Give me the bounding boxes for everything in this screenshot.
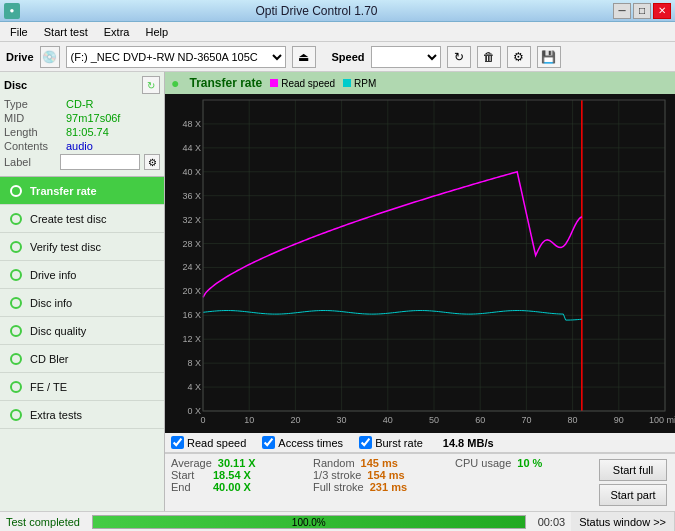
burst-rate-checkbox[interactable]: [359, 436, 372, 449]
config-button[interactable]: ⚙: [507, 46, 531, 68]
read-speed-checkbox[interactable]: [171, 436, 184, 449]
nav-fe-te-label: FE / TE: [30, 381, 67, 393]
nav-disc-info[interactable]: Disc info: [0, 289, 164, 317]
access-times-checkbox-label: Access times: [278, 437, 343, 449]
nav-disc-quality-label: Disc quality: [30, 325, 86, 337]
menu-start-test[interactable]: Start test: [38, 24, 94, 40]
drive-label: Drive: [6, 51, 34, 63]
chart-canvas: [165, 94, 675, 433]
legend-read-speed-label: Read speed: [281, 78, 335, 89]
disc-title: Disc: [4, 79, 27, 91]
stat-cpu: CPU usage 10 %: [455, 457, 597, 469]
stat-stroke-val: 154 ms: [367, 469, 404, 481]
stat-full-stroke: Full stroke 231 ms: [313, 481, 455, 493]
stat-random: Random 145 ms: [313, 457, 455, 469]
stats-grid: Average 30.11 X Start 18.54 X End 40.00 …: [165, 453, 675, 511]
disc-mid-key: MID: [4, 112, 66, 124]
nav-cd-bler[interactable]: CD Bler: [0, 345, 164, 373]
title-bar: ● Opti Drive Control 1.70 ─ □ ✕: [0, 0, 675, 22]
legend-read-speed-dot: [270, 79, 278, 87]
disc-quality-icon: [8, 323, 24, 339]
stat-random-key: Random: [313, 457, 355, 469]
stat-stroke-key: 1/3 stroke: [313, 469, 361, 481]
main-content: Disc ↻ Type CD-R MID 97m17s06f Length 81…: [0, 72, 675, 511]
read-speed-checkbox-label: Read speed: [187, 437, 246, 449]
maximize-button[interactable]: □: [633, 3, 651, 19]
menu-help[interactable]: Help: [139, 24, 174, 40]
stat-full-stroke-val: 231 ms: [370, 481, 407, 493]
app-icon: ●: [4, 3, 20, 19]
sidebar-nav: Transfer rate Create test disc Verify te…: [0, 177, 164, 511]
nav-drive-info[interactable]: Drive info: [0, 261, 164, 289]
check-access-times: Access times: [262, 436, 343, 449]
chart-legend: Read speed RPM: [270, 78, 376, 89]
start-part-button[interactable]: Start part: [599, 484, 667, 506]
status-message: Test completed: [0, 516, 86, 528]
save-button[interactable]: 💾: [537, 46, 561, 68]
disc-type-key: Type: [4, 98, 66, 110]
stat-avg-val: 30.11 X: [218, 457, 256, 469]
nav-disc-quality[interactable]: Disc quality: [0, 317, 164, 345]
menu-file[interactable]: File: [4, 24, 34, 40]
stats-col1: Average 30.11 X Start 18.54 X End 40.00 …: [171, 457, 313, 508]
disc-contents-val: audio: [66, 140, 93, 152]
access-times-checkbox[interactable]: [262, 436, 275, 449]
nav-extra-tests[interactable]: Extra tests: [0, 401, 164, 429]
right-panel: ● Transfer rate Read speed RPM Read spe: [165, 72, 675, 511]
close-button[interactable]: ✕: [653, 3, 671, 19]
eject-button[interactable]: ⏏: [292, 46, 316, 68]
nav-disc-info-label: Disc info: [30, 297, 72, 309]
clear-button[interactable]: 🗑: [477, 46, 501, 68]
burst-rate-value: 14.8 MB/s: [443, 437, 494, 449]
start-full-button[interactable]: Start full: [599, 459, 667, 481]
chart-header-icon: ●: [171, 75, 179, 91]
menu-extra[interactable]: Extra: [98, 24, 136, 40]
stat-end-key: End: [171, 481, 207, 493]
progress-text: 100.0%: [93, 516, 525, 530]
stat-start: Start 18.54 X: [171, 469, 313, 481]
drive-bar: Drive 💿 (F:) _NEC DVD+-RW ND-3650A 105C …: [0, 42, 675, 72]
nav-create-test-disc[interactable]: Create test disc: [0, 205, 164, 233]
stat-avg-key: Average: [171, 457, 212, 469]
disc-label-key: Label: [4, 156, 56, 168]
label-gear-button[interactable]: ⚙: [144, 154, 160, 170]
check-read-speed: Read speed: [171, 436, 246, 449]
stat-end-val: 40.00 X: [213, 481, 251, 493]
minimize-button[interactable]: ─: [613, 3, 631, 19]
legend-read-speed: Read speed: [270, 78, 335, 89]
sidebar: Disc ↻ Type CD-R MID 97m17s06f Length 81…: [0, 72, 165, 511]
disc-label-input[interactable]: [60, 154, 140, 170]
nav-transfer-rate[interactable]: Transfer rate: [0, 177, 164, 205]
disc-refresh-button[interactable]: ↻: [142, 76, 160, 94]
stat-start-val: 18.54 X: [213, 469, 251, 481]
nav-create-test-disc-label: Create test disc: [30, 213, 106, 225]
nav-verify-test-disc[interactable]: Verify test disc: [0, 233, 164, 261]
extra-tests-icon: [8, 407, 24, 423]
nav-cd-bler-label: CD Bler: [30, 353, 69, 365]
nav-fe-te[interactable]: FE / TE: [0, 373, 164, 401]
check-burst-rate: Burst rate: [359, 436, 423, 449]
nav-verify-test-disc-label: Verify test disc: [30, 241, 101, 253]
burst-rate-checkbox-label: Burst rate: [375, 437, 423, 449]
disc-length-key: Length: [4, 126, 66, 138]
speed-label: Speed: [332, 51, 365, 63]
cd-bler-icon: [8, 351, 24, 367]
stat-cpu-val: 10 %: [517, 457, 542, 469]
status-window-button[interactable]: Status window >>: [571, 512, 675, 532]
progress-container: 100.0%: [92, 515, 526, 529]
disc-info-icon: [8, 295, 24, 311]
disc-length-val: 81:05.74: [66, 126, 109, 138]
legend-rpm-dot: [343, 79, 351, 87]
drive-select[interactable]: (F:) _NEC DVD+-RW ND-3650A 105C: [66, 46, 286, 68]
stat-cpu-key: CPU usage: [455, 457, 511, 469]
status-time: 00:03: [532, 516, 572, 528]
chart-header: ● Transfer rate Read speed RPM: [165, 72, 675, 94]
stat-average: Average 30.11 X: [171, 457, 313, 469]
refresh-button[interactable]: ↻: [447, 46, 471, 68]
stat-full-stroke-key: Full stroke: [313, 481, 364, 493]
window-title: Opti Drive Control 1.70: [20, 4, 613, 18]
speed-select[interactable]: [371, 46, 441, 68]
create-test-disc-icon: [8, 211, 24, 227]
transfer-rate-icon: [8, 183, 24, 199]
chart-canvas-container: [165, 94, 675, 433]
